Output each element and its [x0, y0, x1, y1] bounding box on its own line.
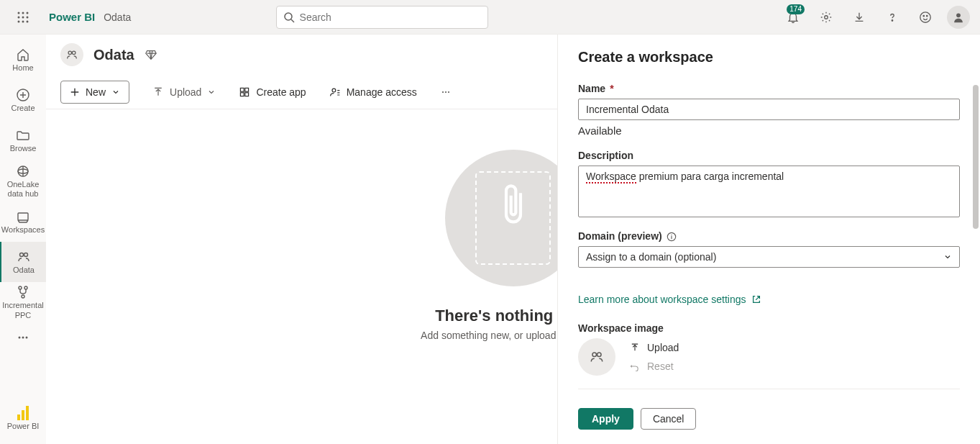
top-header: Power BI Odata 174: [0, 0, 980, 35]
search-icon: [283, 12, 295, 25]
domain-field-label: Domain (preview): [578, 230, 662, 242]
chevron-down-icon: [943, 253, 952, 261]
search-wrap: [276, 6, 488, 29]
svg-point-9: [285, 13, 292, 20]
svg-point-12: [892, 19, 892, 20]
workspaces-icon: [16, 209, 30, 224]
nav-browse-label: Browse: [10, 144, 37, 153]
feedback-button[interactable]: [910, 0, 941, 35]
svg-point-15: [927, 15, 928, 16]
description-input[interactable]: Workspace premium para carga incremental: [578, 166, 960, 217]
workspace-image-label: Workspace image: [578, 322, 664, 334]
svg-point-30: [72, 51, 75, 55]
download-button[interactable]: [843, 0, 875, 35]
svg-point-1: [22, 12, 24, 14]
panel-scrollbar[interactable]: [973, 85, 979, 229]
svg-rect-31: [241, 88, 244, 91]
onelake-icon: [16, 164, 30, 178]
chevron-down-icon: [111, 88, 120, 96]
required-indicator: *: [610, 83, 613, 94]
svg-rect-33: [241, 92, 244, 96]
help-button[interactable]: [876, 0, 908, 35]
svg-point-40: [592, 353, 597, 357]
svg-point-29: [68, 51, 72, 55]
nav-incremental-label: Incremental PPC: [1, 301, 45, 320]
svg-point-16: [956, 13, 961, 17]
undo-icon: [630, 361, 640, 371]
apply-button[interactable]: Apply: [578, 408, 633, 430]
svg-line-10: [291, 19, 294, 22]
learn-more-label: Learn more about workspace settings: [578, 294, 746, 305]
svg-point-3: [18, 16, 20, 18]
svg-point-37: [445, 91, 447, 92]
learn-more-link[interactable]: Learn more about workspace settings: [578, 294, 761, 305]
workspace-title: Odata: [93, 47, 134, 63]
nav-home[interactable]: Home: [0, 40, 46, 81]
premium-diamond-icon: [145, 48, 157, 61]
create-app-button[interactable]: Create app: [239, 86, 306, 98]
workspace-image-upload-button[interactable]: Upload: [630, 342, 679, 353]
nav-browse[interactable]: Browse: [0, 121, 46, 161]
svg-point-13: [920, 12, 930, 22]
workspace-image-reset-button: Reset: [630, 361, 679, 372]
nav-workspaces[interactable]: Workspaces: [0, 201, 46, 242]
svg-point-28: [26, 336, 28, 338]
notification-badge: 174: [787, 4, 805, 14]
avatar[interactable]: [947, 6, 970, 29]
svg-point-2: [27, 12, 29, 14]
smile-icon: [919, 11, 932, 24]
download-icon: [853, 11, 866, 24]
panel-title: Create a workspace: [578, 49, 960, 65]
svg-point-24: [24, 286, 27, 289]
waffle-icon: [17, 12, 29, 23]
nav-more[interactable]: [0, 323, 46, 352]
svg-rect-32: [245, 88, 249, 91]
new-button-label: New: [86, 86, 106, 98]
people-icon: [589, 349, 605, 365]
create-app-icon: [239, 86, 250, 98]
search-input[interactable]: [276, 6, 488, 29]
chevron-down-icon: [207, 88, 216, 96]
panel-footer: Apply Cancel: [558, 397, 980, 444]
person-icon: [952, 11, 965, 24]
upload-icon: [152, 86, 164, 98]
brand-label[interactable]: Power BI: [49, 11, 95, 23]
help-icon: [886, 11, 899, 24]
nav-create-label: Create: [11, 104, 35, 113]
nav-onelake[interactable]: OneLake data hub: [0, 161, 46, 201]
manage-access-button[interactable]: Manage access: [329, 86, 417, 98]
domain-dropdown[interactable]: Assign to a domain (optional): [578, 246, 960, 268]
nav-create[interactable]: Create: [0, 81, 46, 121]
breadcrumb[interactable]: Odata: [104, 12, 131, 23]
svg-rect-34: [245, 92, 249, 96]
svg-point-4: [22, 16, 24, 18]
more-icon: [16, 330, 30, 345]
powerbi-logo-icon: [17, 406, 29, 420]
notifications-button[interactable]: 174: [777, 0, 809, 35]
nav-powerbi-label: Power BI: [7, 422, 40, 430]
domain-dropdown-value: Assign to a domain (optional): [586, 251, 716, 263]
nav-incremental[interactable]: Incremental PPC: [0, 282, 46, 322]
nav-powerbi-app[interactable]: Power BI: [0, 398, 46, 438]
new-button[interactable]: New: [60, 81, 129, 104]
name-input[interactable]: [578, 99, 960, 120]
upload-button[interactable]: Upload: [152, 86, 216, 98]
manage-access-icon: [329, 86, 341, 98]
create-workspace-panel: Create a workspace Name* Available Descr…: [557, 35, 980, 444]
gear-icon: [820, 11, 833, 24]
app-launcher-button[interactable]: [6, 0, 40, 35]
cancel-button[interactable]: Cancel: [641, 408, 697, 430]
svg-point-8: [27, 20, 29, 22]
workspace-avatar: [60, 43, 83, 66]
toolbar-more-button[interactable]: [440, 86, 452, 98]
workspace-image-preview: [578, 338, 615, 376]
info-icon[interactable]: [667, 232, 677, 242]
svg-point-25: [22, 295, 24, 298]
upload-icon: [630, 343, 640, 353]
svg-point-36: [442, 91, 444, 92]
nav-odata-label: Odata: [13, 266, 35, 275]
svg-point-21: [20, 253, 24, 256]
nav-odata[interactable]: Odata: [0, 242, 46, 282]
name-availability-message: Available: [578, 124, 960, 137]
settings-button[interactable]: [810, 0, 842, 35]
